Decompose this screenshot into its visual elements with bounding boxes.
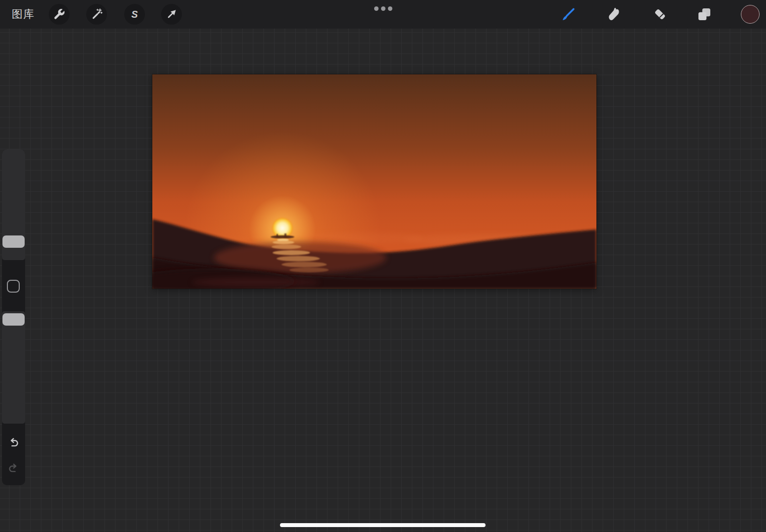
opacity-handle[interactable] [2,313,25,326]
actions-button[interactable] [49,4,70,25]
erase-tool-button[interactable] [652,6,668,23]
undo-button[interactable] [7,436,20,449]
home-indicator[interactable] [280,523,486,527]
adjustments-button[interactable] [86,4,107,25]
magic-wand-icon [90,8,103,21]
brush-sidebar [2,149,25,485]
canvas-workspace [0,0,766,532]
gallery-button[interactable]: 图库 [12,0,35,29]
eraser-icon [652,6,668,23]
transform-button[interactable] [161,4,182,25]
redo-button[interactable] [7,462,20,475]
brush-size-handle[interactable] [2,235,25,248]
layers-icon [696,6,713,23]
paint-tool-button[interactable] [560,6,577,23]
modify-button[interactable] [7,280,20,293]
opacity-slider[interactable] [2,311,25,424]
selection-button[interactable]: S [124,4,145,25]
selection-s-icon: S [128,8,141,21]
selection-glyph: S [131,9,138,20]
top-toolbar: 图库 S [0,0,766,29]
sunset-artwork [152,74,596,289]
more-options-icon[interactable] [369,2,397,15]
transform-arrow-icon [165,8,178,21]
smudge-tool-button[interactable] [605,6,622,23]
redo-icon [7,463,20,474]
paintbrush-icon [560,6,577,23]
color-swatch-button[interactable] [741,5,760,24]
gallery-label: 图库 [12,7,35,22]
wrench-icon [53,8,66,21]
undo-icon [7,437,20,448]
layers-button[interactable] [696,6,713,23]
smudge-finger-icon [605,6,622,23]
artwork-canvas[interactable] [152,74,596,289]
